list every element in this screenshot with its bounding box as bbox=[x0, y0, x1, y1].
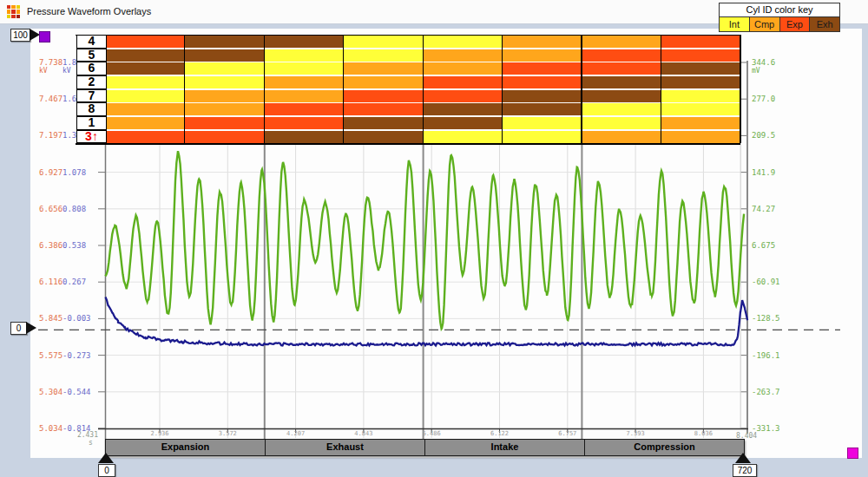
stroke-cell-cyl3-seg2-E bbox=[185, 131, 265, 143]
stroke-cell-cyl3-seg7-C bbox=[582, 131, 661, 143]
cylinder-label-3: 3↑ bbox=[76, 130, 107, 144]
stroke-cell-cyl2-seg6-E bbox=[503, 76, 582, 88]
stroke-cell-cyl6-seg8-X bbox=[661, 62, 741, 75]
stroke-cell-cyl8-seg2-C bbox=[185, 103, 265, 115]
time-tick-2: 4.207 bbox=[286, 430, 305, 437]
left-secondary-label-9: -0.544 bbox=[62, 388, 91, 396]
stroke-cell-cyl7-seg8-I bbox=[661, 90, 741, 102]
stroke-cell-cyl3-seg8-C bbox=[661, 131, 741, 143]
stroke-cell-cyl7-seg7-X bbox=[582, 90, 661, 102]
time-tick-8: 8.036 bbox=[694, 430, 713, 437]
cylinder-label-4: 4 bbox=[76, 35, 107, 49]
left-primary-label-6: 6.116 bbox=[39, 278, 62, 286]
stroke-cell-cyl7-seg1-I bbox=[106, 90, 186, 102]
stroke-cell-cyl2-seg8-X bbox=[661, 76, 741, 88]
band-bottom-border bbox=[76, 143, 740, 144]
stroke-cell-cyl8-seg7-I bbox=[582, 103, 661, 115]
stroke-cell-cyl6-seg7-E bbox=[582, 62, 661, 75]
stroke-cell-cyl1-seg3-E bbox=[264, 117, 344, 129]
right-label-0: 344.6 bbox=[752, 58, 775, 67]
cylinder-label-7: 7 bbox=[76, 89, 107, 103]
time-axis-start: 2.431 bbox=[77, 431, 98, 440]
left-secondary-label-4: 0.808 bbox=[62, 205, 86, 213]
deg720-marker-box[interactable]: 720 bbox=[733, 464, 757, 477]
time-tick-7: 7.393 bbox=[627, 430, 645, 437]
stroke-cell-cyl3-seg3-X bbox=[264, 131, 344, 143]
stroke-cell-cyl8-seg6-X bbox=[503, 103, 582, 115]
left-secondary-label-7: -0.003 bbox=[62, 314, 91, 323]
deg0-marker-box[interactable]: 0 bbox=[98, 464, 115, 477]
stroke-cell-cyl4-seg3-X bbox=[264, 36, 344, 48]
stroke-cell-cyl1-seg4-X bbox=[344, 117, 424, 129]
color-key-item-exh: Exh bbox=[809, 17, 839, 31]
cylinder-label-2: 2 bbox=[76, 75, 107, 89]
stroke-section-compression: Compression bbox=[584, 440, 744, 455]
zero-scale-cursor-box[interactable]: 0 bbox=[10, 322, 27, 335]
zero-scale-cursor-arrow[interactable] bbox=[26, 322, 36, 334]
left-primary-label-9: 5.304 bbox=[39, 388, 62, 396]
left-primary-label-0: 7.738 bbox=[39, 58, 62, 67]
stroke-cell-cyl2-seg4-C bbox=[344, 76, 424, 88]
stroke-cell-cyl6-seg2-I bbox=[185, 62, 265, 75]
left-secondary-label-8: -0.273 bbox=[62, 351, 91, 360]
cylinder-label-8: 8 bbox=[76, 102, 107, 116]
left-primary-label-2: 7.197 bbox=[39, 131, 62, 140]
stroke-cell-cyl7-seg4-E bbox=[344, 90, 424, 102]
deg0-marker-arrow[interactable] bbox=[98, 453, 114, 463]
cylinder-label-5: 5 bbox=[76, 49, 107, 62]
stroke-cell-cyl4-seg5-I bbox=[423, 36, 503, 48]
stroke-cell-cyl7-seg3-C bbox=[264, 90, 344, 102]
stroke-cell-cyl5-seg4-I bbox=[344, 49, 424, 62]
stroke-cell-cyl7-seg5-E bbox=[423, 90, 503, 102]
stroke-cell-cyl8-seg8-I bbox=[661, 103, 741, 115]
stroke-cell-cyl1-seg7-I bbox=[582, 117, 661, 129]
stroke-cell-cyl1-seg2-E bbox=[185, 117, 265, 129]
right-label-6: -60.91 bbox=[752, 278, 780, 286]
stroke-cell-cyl4-seg1-E bbox=[106, 36, 186, 48]
left-primary-label-10: 5.034 bbox=[39, 424, 62, 433]
stroke-section-intake: Intake bbox=[424, 440, 584, 455]
time-tick-5: 6.122 bbox=[490, 430, 509, 437]
right-label-4: 74.27 bbox=[752, 205, 775, 213]
stroke-cell-cyl1-seg6-I bbox=[503, 117, 582, 129]
right-unit: mV bbox=[752, 67, 760, 75]
time-tick-6: 6.757 bbox=[558, 430, 576, 437]
stroke-cell-cyl2-seg5-E bbox=[423, 76, 503, 88]
stroke-cell-cyl8-seg5-X bbox=[423, 103, 503, 115]
stroke-cell-cyl4-seg8-E bbox=[661, 36, 741, 48]
left-primary-label-5: 6.386 bbox=[39, 241, 62, 250]
stroke-section-bar: ExpansionExhaustIntakeCompression bbox=[105, 439, 745, 456]
stroke-cell-cyl1-seg8-C bbox=[661, 117, 741, 129]
magenta-drag-handle[interactable] bbox=[847, 448, 858, 459]
stroke-cell-cyl5-seg7-E bbox=[582, 49, 661, 62]
stroke-cell-cyl8-seg3-E bbox=[264, 103, 344, 115]
time-tick-0: 2.936 bbox=[150, 430, 168, 437]
band-divider bbox=[343, 35, 344, 143]
time-axis-unit: s bbox=[89, 439, 93, 447]
left-primary-label-3: 6.927 bbox=[39, 168, 62, 177]
top-scale-cursor-box[interactable]: 100 bbox=[10, 29, 30, 42]
stroke-section-expansion: Expansion bbox=[106, 440, 265, 455]
deg720-marker-arrow[interactable] bbox=[735, 453, 751, 463]
band-divider bbox=[264, 35, 266, 143]
cyl-id-color-key: Cyl ID color key IntCmpExpExh bbox=[719, 3, 840, 32]
stroke-cell-cyl4-seg7-C bbox=[582, 36, 661, 48]
right-label-5: 6.675 bbox=[752, 241, 775, 250]
stroke-section-exhaust: Exhaust bbox=[265, 440, 424, 455]
left-primary-label-4: 6.656 bbox=[39, 205, 62, 213]
stroke-cell-cyl3-seg1-E bbox=[106, 131, 186, 143]
stroke-cell-cyl2-seg3-C bbox=[264, 76, 344, 88]
color-key-cells: IntCmpExpExh bbox=[719, 17, 840, 32]
band-divider bbox=[740, 35, 741, 143]
stroke-cell-cyl8-seg1-C bbox=[106, 103, 186, 115]
band-divider bbox=[581, 35, 582, 143]
stroke-cell-cyl6-seg6-E bbox=[503, 62, 582, 75]
color-key-item-cmp: Cmp bbox=[749, 17, 779, 31]
right-label-9: -263.7 bbox=[752, 388, 780, 396]
purple-drag-handle[interactable] bbox=[39, 31, 50, 42]
right-label-1: 277.0 bbox=[752, 95, 775, 103]
left-secondary-label-3: 1.078 bbox=[62, 168, 86, 177]
stroke-cell-cyl4-seg6-C bbox=[503, 36, 582, 48]
window-title: Pressure Waveform Overlays bbox=[27, 6, 151, 16]
left-secondary-label-6: 0.267 bbox=[62, 278, 86, 286]
